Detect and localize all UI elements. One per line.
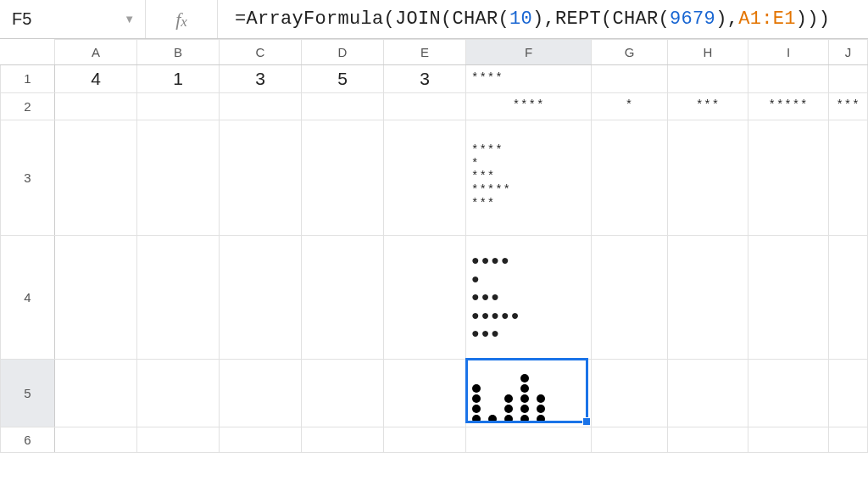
cell-B4[interactable] bbox=[137, 235, 220, 359]
col-header-I[interactable]: I bbox=[748, 40, 829, 65]
row-header-6[interactable]: 6 bbox=[1, 427, 55, 452]
cell-E1[interactable]: 3 bbox=[384, 65, 466, 93]
col-header-F[interactable]: F bbox=[466, 40, 592, 65]
col-header-J[interactable]: J bbox=[829, 40, 868, 65]
dot-column bbox=[472, 384, 481, 423]
dot-column bbox=[504, 394, 513, 423]
cell-C1[interactable]: 3 bbox=[220, 65, 302, 93]
row-header-5[interactable]: 5 bbox=[1, 359, 55, 427]
dot-icon bbox=[520, 374, 529, 383]
col-header-D[interactable]: D bbox=[302, 40, 384, 65]
cell-G2[interactable]: * bbox=[592, 92, 668, 120]
name-box-caret-icon[interactable]: ▼ bbox=[124, 13, 135, 25]
cell-I6[interactable] bbox=[748, 427, 829, 452]
cell-I4[interactable] bbox=[748, 235, 829, 359]
dot-column bbox=[488, 415, 497, 423]
table-row: 4 ●●●● ● ●●● ●●●●● ●●● bbox=[1, 235, 868, 359]
cell-F1[interactable]: **** bbox=[466, 65, 592, 93]
dot-icon bbox=[472, 394, 481, 403]
cell-F5[interactable] bbox=[466, 359, 592, 427]
cell-J6[interactable] bbox=[829, 427, 868, 452]
cell-C5[interactable] bbox=[220, 359, 302, 427]
col-header-H[interactable]: H bbox=[668, 40, 748, 65]
select-all-corner[interactable] bbox=[1, 40, 55, 65]
formula-range-ref: A1:E1 bbox=[738, 8, 796, 30]
cell-H5[interactable] bbox=[668, 359, 748, 427]
cell-E2[interactable] bbox=[384, 92, 466, 120]
cell-F3[interactable]: **** * *** ***** *** bbox=[466, 120, 592, 235]
cell-C3[interactable] bbox=[220, 120, 302, 235]
cell-I1[interactable] bbox=[748, 65, 829, 93]
dot-icon bbox=[488, 415, 497, 423]
cell-H3[interactable] bbox=[668, 120, 748, 235]
cell-J2[interactable]: *** bbox=[829, 92, 868, 120]
cell-B1[interactable]: 1 bbox=[137, 65, 220, 93]
cell-C4[interactable] bbox=[220, 235, 302, 359]
cell-I3[interactable] bbox=[748, 120, 829, 235]
cell-B3[interactable] bbox=[137, 120, 220, 235]
row-header-4[interactable]: 4 bbox=[1, 235, 55, 359]
formula-part: ), bbox=[715, 8, 738, 30]
row-header-3[interactable]: 3 bbox=[1, 120, 55, 235]
dot-icon bbox=[537, 405, 545, 413]
col-header-C[interactable]: C bbox=[220, 40, 302, 65]
cell-F2[interactable]: **** bbox=[466, 92, 592, 120]
cell-A6[interactable] bbox=[55, 427, 137, 452]
cell-H2[interactable]: *** bbox=[668, 92, 748, 120]
cell-J4[interactable] bbox=[829, 235, 868, 359]
dot-icon bbox=[504, 415, 513, 423]
spreadsheet-grid[interactable]: A B C D E F G H I J 1 4 1 3 5 3 **** 2 bbox=[0, 39, 868, 453]
cell-E3[interactable] bbox=[384, 120, 466, 235]
cell-A2[interactable] bbox=[55, 92, 137, 120]
cell-J1[interactable] bbox=[829, 65, 868, 93]
cell-I2[interactable]: ***** bbox=[748, 92, 829, 120]
cell-B6[interactable] bbox=[137, 427, 220, 452]
cell-B5[interactable] bbox=[137, 359, 220, 427]
formula-number: 9679 bbox=[670, 8, 715, 30]
cell-G3[interactable] bbox=[592, 120, 668, 235]
cell-D1[interactable]: 5 bbox=[302, 65, 384, 93]
cell-C2[interactable] bbox=[220, 92, 302, 120]
cell-C6[interactable] bbox=[220, 427, 302, 452]
cell-D5[interactable] bbox=[302, 359, 384, 427]
cell-G6[interactable] bbox=[592, 427, 668, 452]
cell-I5[interactable] bbox=[748, 359, 829, 427]
row-header-1[interactable]: 1 bbox=[1, 65, 55, 93]
cell-D3[interactable] bbox=[302, 120, 384, 235]
formula-part: ))) bbox=[796, 8, 831, 30]
fx-icon[interactable]: fx bbox=[146, 0, 218, 38]
col-header-A[interactable]: A bbox=[55, 40, 137, 65]
col-header-E[interactable]: E bbox=[384, 40, 466, 65]
cell-G4[interactable] bbox=[592, 235, 668, 359]
cell-D2[interactable] bbox=[302, 92, 384, 120]
formula-input[interactable]: =ArrayFormula(JOIN(CHAR(10),REPT(CHAR(96… bbox=[218, 8, 868, 30]
cell-G5[interactable] bbox=[592, 359, 668, 427]
dot-icon bbox=[520, 384, 529, 393]
dot-icon bbox=[520, 405, 529, 413]
column-header-row: A B C D E F G H I J bbox=[1, 40, 868, 65]
cell-H1[interactable] bbox=[668, 65, 748, 93]
cell-E5[interactable] bbox=[384, 359, 466, 427]
row-header-2[interactable]: 2 bbox=[1, 92, 55, 120]
col-header-G[interactable]: G bbox=[592, 40, 668, 65]
cell-H4[interactable] bbox=[668, 235, 748, 359]
cell-A1[interactable]: 4 bbox=[55, 65, 137, 93]
cell-J3[interactable] bbox=[829, 120, 868, 235]
cell-J5[interactable] bbox=[829, 359, 868, 427]
cell-A3[interactable] bbox=[55, 120, 137, 235]
name-box[interactable]: F5 ▼ bbox=[0, 0, 146, 38]
cell-F4[interactable]: ●●●● ● ●●● ●●●●● ●●● bbox=[466, 235, 592, 359]
table-row: 5 bbox=[1, 359, 868, 427]
cell-E4[interactable] bbox=[384, 235, 466, 359]
cell-G1[interactable] bbox=[592, 65, 668, 93]
dot-icon bbox=[520, 394, 529, 403]
cell-D6[interactable] bbox=[302, 427, 384, 452]
cell-A5[interactable] bbox=[55, 359, 137, 427]
cell-H6[interactable] bbox=[668, 427, 748, 452]
cell-D4[interactable] bbox=[302, 235, 384, 359]
cell-E6[interactable] bbox=[384, 427, 466, 452]
cell-F6[interactable] bbox=[466, 427, 592, 452]
cell-A4[interactable] bbox=[55, 235, 137, 359]
col-header-B[interactable]: B bbox=[137, 40, 220, 65]
cell-B2[interactable] bbox=[137, 92, 220, 120]
